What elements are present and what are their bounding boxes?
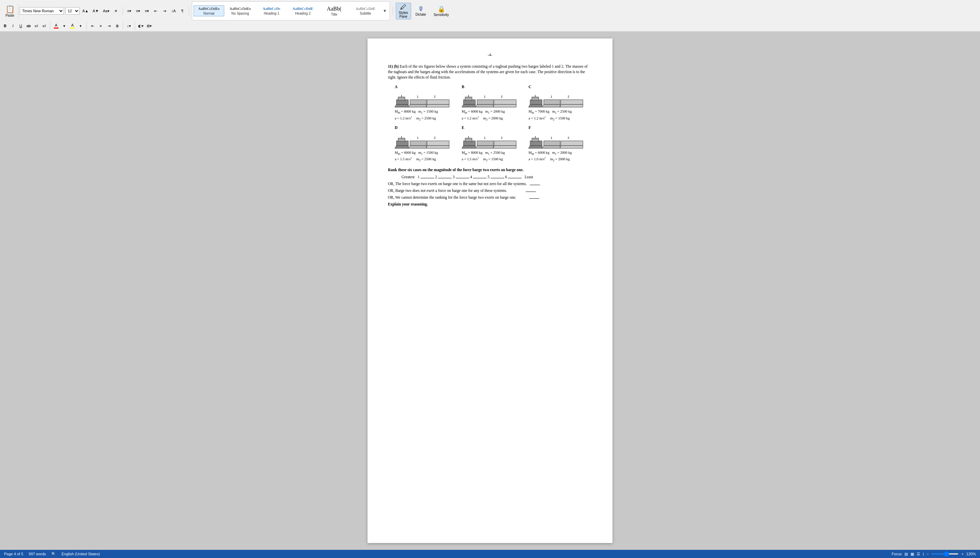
style-heading1-preview: AaBbCcDc [263, 7, 281, 11]
svg-text:2: 2 [568, 136, 569, 140]
layout-icon-3[interactable]: ☰ [917, 552, 920, 556]
svg-rect-51 [532, 138, 538, 141]
styles-gallery: AaBbCcDdEe Normal AaBbCcDdEe No Spacing … [192, 2, 390, 20]
svg-marker-56 [542, 146, 560, 148]
rank-blank-2 [438, 178, 451, 178]
paste-label: Paste [5, 14, 14, 17]
svg-marker-36 [408, 146, 426, 148]
align-center-button[interactable]: ≡ [97, 22, 105, 30]
increase-indent-button[interactable]: ⇥ [161, 7, 168, 15]
sensitivity-icon: 🔒 [438, 5, 445, 13]
bold-button[interactable]: B [2, 22, 9, 30]
svg-marker-46 [475, 146, 493, 148]
gallery-more-arrow[interactable]: ▼ [381, 8, 388, 14]
text-bg-button[interactable]: A [69, 22, 76, 30]
sensitivity-button[interactable]: 🔒 Sensitivity [430, 5, 452, 18]
style-heading2[interactable]: AaBbCcDdE Heading 2 [287, 5, 318, 16]
svg-rect-18 [494, 100, 516, 105]
line-spacing-button[interactable]: ↕▾ [125, 22, 133, 30]
boat-svg-c: 1 2 [529, 90, 586, 109]
svg-text:2: 2 [568, 95, 569, 98]
change-case-button[interactable]: Aa▾ [102, 7, 111, 15]
rank-blank-4 [473, 178, 487, 178]
page-number: -4- [388, 52, 592, 57]
figure-label-e: E [462, 125, 465, 130]
figure-cell-d: D 1 2 Mtb = 6000 kg m1 = 1500 kg a = 1.5… [395, 125, 458, 162]
language-label: English (United States) [62, 552, 100, 556]
rank-blank-5 [491, 178, 504, 178]
style-no-spacing[interactable]: AaBbCcDdEe No Spacing [225, 5, 256, 16]
svg-rect-5 [410, 100, 426, 105]
strikethrough-button[interactable]: ab [25, 22, 32, 30]
page-info: Page 4 of 5 [4, 552, 23, 556]
font-name-select[interactable]: Times New Roman [20, 7, 64, 15]
svg-rect-48 [494, 141, 516, 146]
font-size-select[interactable]: 12 [65, 7, 80, 15]
style-subtitle-label: Subtitle [359, 11, 371, 15]
layout-icon-1[interactable]: ▤ [904, 552, 908, 556]
styles-pane-icon: 🖊 [400, 4, 406, 11]
shrink-font-button[interactable]: A▼ [91, 7, 100, 15]
style-subtitle[interactable]: AaBbCcDdE Subtitle [350, 5, 381, 16]
svg-rect-21 [532, 97, 538, 100]
figure-cell-f: F 1 2 Mtb = 6000 kg m1 = 2000 kg a = 1.0… [529, 125, 592, 162]
align-left-button[interactable]: ⇤ [89, 22, 96, 30]
underline-button[interactable]: U [17, 22, 25, 30]
zoom-in-button[interactable]: + [961, 552, 963, 556]
toolbar: 📋 Paste Times New Roman 12 A▲ A▼ Aa▾ ✕ ≡… [0, 0, 980, 32]
font-color-button[interactable]: A [53, 22, 60, 30]
figure-label-c: C [529, 84, 531, 89]
styles-pane-button[interactable]: 🖊 Styles Pane [396, 3, 411, 20]
justify-button[interactable]: ≣ [113, 22, 121, 30]
dictate-button[interactable]: 🎙 Dictate [412, 5, 429, 17]
grow-font-button[interactable]: A▲ [81, 7, 90, 15]
focus-label[interactable]: Focus [891, 552, 902, 556]
clear-format-button[interactable]: ✕ [112, 7, 120, 15]
paste-button[interactable]: 📋 Paste [2, 4, 18, 18]
align-right-button[interactable]: ⇥ [105, 22, 113, 30]
svg-text:1: 1 [484, 136, 486, 140]
style-heading1[interactable]: AaBbCcDc Heading 1 [256, 5, 287, 16]
style-title[interactable]: AaBb( Title [319, 5, 350, 17]
styles-pane-label: Styles Pane [399, 11, 408, 18]
style-title-label: Title [331, 13, 338, 16]
subscript-button[interactable]: x2 [33, 22, 40, 30]
figure-data-f: Mtb = 6000 kg m1 = 2000 kg a = 1.0 m/s2 … [529, 150, 572, 162]
figure-label-f: F [529, 125, 531, 130]
shading-button[interactable]: ◐▾ [137, 22, 144, 30]
style-normal[interactable]: AaBbCcDdEe Normal [194, 5, 224, 16]
paste-icon: 📋 [5, 5, 15, 14]
svg-text:2: 2 [434, 136, 435, 140]
highlight-button[interactable]: ▾ [61, 22, 68, 30]
figure-data-e: Mtb = 8000 kg m1 = 2500 kg a = 1.5 m/s2 … [462, 150, 505, 162]
text-color-arrow[interactable]: ▾ [77, 22, 84, 30]
svg-marker-32 [395, 146, 408, 148]
zoom-slider[interactable] [931, 553, 959, 555]
zoom-out-button[interactable]: − [927, 552, 929, 556]
status-bar: Page 4 of 5 997 words 🔍 English (United … [0, 550, 980, 558]
italic-button[interactable]: I [9, 22, 17, 30]
format-group: B I U ab x2 x2 [2, 22, 48, 30]
layout-icon-2[interactable]: ▦ [911, 552, 914, 556]
numbering-button[interactable]: ≡▾ [135, 7, 142, 15]
svg-rect-1 [398, 97, 405, 100]
multilevel-button[interactable]: ≡▾ [143, 7, 151, 15]
svg-rect-41 [465, 138, 472, 141]
or2-line: OR, Barge two does not exert a force on … [388, 188, 592, 193]
decrease-indent-button[interactable]: ⇤ [152, 7, 159, 15]
proofing-icon[interactable]: 🔍 [51, 552, 56, 556]
style-heading2-preview: AaBbCcDdE [292, 7, 313, 11]
problem-text: 11) (b) Each of the six figures below sh… [388, 64, 592, 80]
svg-marker-6 [408, 105, 426, 107]
svg-text:2: 2 [501, 136, 502, 140]
greatest-least-line: Greatest 1 2 3 4 5 6 Least [388, 174, 592, 180]
show-para-button[interactable]: ¶ [179, 7, 186, 15]
sort-button[interactable]: ↕A [170, 7, 177, 15]
svg-marker-19 [493, 105, 516, 107]
sep2 [189, 7, 189, 15]
borders-button[interactable]: ⊞▾ [145, 22, 153, 30]
superscript-button[interactable]: x2 [41, 22, 48, 30]
svg-text:1: 1 [551, 136, 552, 140]
sep1 [123, 7, 123, 15]
bullets-button[interactable]: ≡▾ [126, 7, 133, 15]
